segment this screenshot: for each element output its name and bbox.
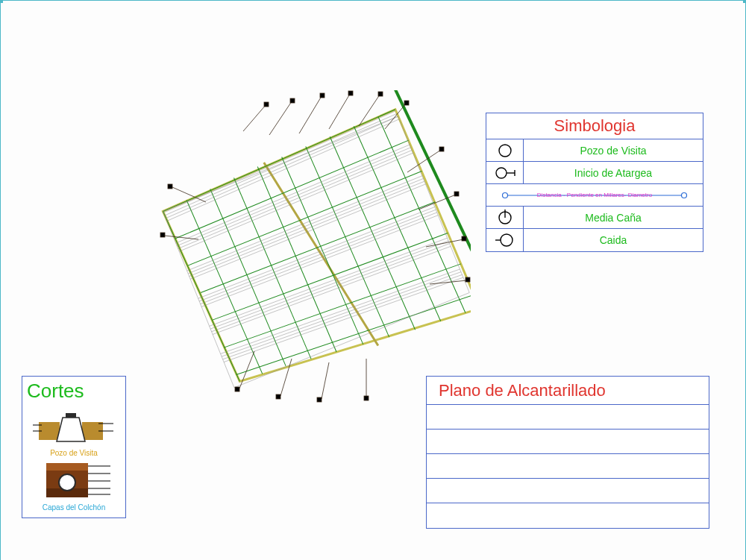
legend-label: Caida <box>524 229 703 251</box>
title-block: Plano de Alcantarillado <box>426 376 709 529</box>
cortes-sub-pozo: Pozo de Visita <box>27 449 121 457</box>
svg-line-10 <box>330 134 415 333</box>
legend-row-mediacana: Media Caña <box>486 207 703 229</box>
svg-line-51 <box>329 94 350 129</box>
svg-rect-60 <box>454 192 459 196</box>
legend-label: Pozo de Visita <box>524 139 703 161</box>
svg-rect-72 <box>276 394 280 399</box>
svg-line-6 <box>234 177 312 361</box>
legend-title: Simbologia <box>486 113 703 139</box>
svg-rect-91 <box>66 413 76 418</box>
sewer-plan-drawing <box>157 90 471 403</box>
svg-rect-70 <box>235 387 239 391</box>
legend-simbologia: Simbologia Pozo de Visita Inicio de Atar… <box>486 113 703 252</box>
svg-rect-76 <box>364 396 369 400</box>
svg-line-11 <box>354 124 440 324</box>
svg-line-71 <box>280 359 292 396</box>
title-block-row <box>427 503 709 528</box>
svg-line-24 <box>164 119 402 221</box>
legend-row-pozo: Pozo de Visita <box>486 139 703 162</box>
svg-rect-88 <box>39 422 60 440</box>
svg-line-32 <box>190 184 425 279</box>
title-block-row <box>427 405 709 430</box>
svg-point-82 <box>503 192 508 198</box>
svg-rect-58 <box>439 147 444 151</box>
svg-line-73 <box>322 362 329 399</box>
svg-line-1 <box>395 90 471 321</box>
legend-label: Inicio de Atargea <box>524 162 703 183</box>
title-block-row <box>427 454 709 479</box>
svg-point-77 <box>499 145 511 157</box>
svg-line-33 <box>198 204 435 302</box>
svg-rect-97 <box>46 463 88 471</box>
legend-row-atargea: Inicio de Atargea <box>486 162 703 184</box>
svg-rect-54 <box>378 92 383 96</box>
legend-row-line: Distancia - Pendiente en Millares- Diame… <box>486 184 703 207</box>
svg-line-69 <box>239 351 254 388</box>
svg-point-83 <box>682 192 687 198</box>
symbol-mediacana-icon <box>486 207 524 228</box>
svg-line-22 <box>162 113 400 215</box>
svg-line-45 <box>243 105 266 131</box>
svg-point-86 <box>501 234 513 246</box>
svg-rect-50 <box>320 93 325 98</box>
svg-rect-68 <box>160 233 165 237</box>
svg-rect-74 <box>317 397 322 402</box>
svg-line-39 <box>212 236 450 339</box>
svg-rect-48 <box>290 98 295 103</box>
legend-row-caida: Caida <box>486 229 703 251</box>
svg-rect-66 <box>168 184 172 189</box>
svg-marker-90 <box>57 418 85 441</box>
cortes-title: Cortes <box>27 380 121 404</box>
svg-rect-62 <box>462 236 466 241</box>
svg-point-99 <box>59 474 75 491</box>
svg-line-61 <box>426 239 463 247</box>
title-block-row <box>427 430 709 454</box>
symbol-pozo-icon <box>486 139 524 161</box>
svg-rect-52 <box>348 91 353 95</box>
title-block-title: Plano de Alcantarillado <box>427 377 709 405</box>
svg-line-38 <box>210 234 448 336</box>
svg-rect-64 <box>466 277 470 282</box>
svg-point-78 <box>496 168 507 178</box>
cortes-panel: Cortes Pozo de Visita <box>22 376 126 518</box>
cortes-sub-capas: Capas del Colchón <box>27 503 121 512</box>
symbol-caida-icon <box>486 229 524 251</box>
svg-rect-56 <box>404 101 409 105</box>
legend-line-label: Distancia - Pendiente en Millares- Diame… <box>537 192 652 198</box>
svg-line-23 <box>163 116 401 218</box>
title-block-row <box>427 479 709 503</box>
cortes-thumb-capas <box>27 460 121 500</box>
svg-line-47 <box>269 101 292 135</box>
svg-line-40 <box>213 239 451 342</box>
svg-line-28 <box>178 153 414 251</box>
svg-line-49 <box>299 96 322 133</box>
symbol-atargea-icon <box>486 162 524 183</box>
cortes-thumb-pozo <box>27 407 121 447</box>
svg-rect-46 <box>264 102 269 107</box>
legend-label: Media Caña <box>524 207 703 228</box>
